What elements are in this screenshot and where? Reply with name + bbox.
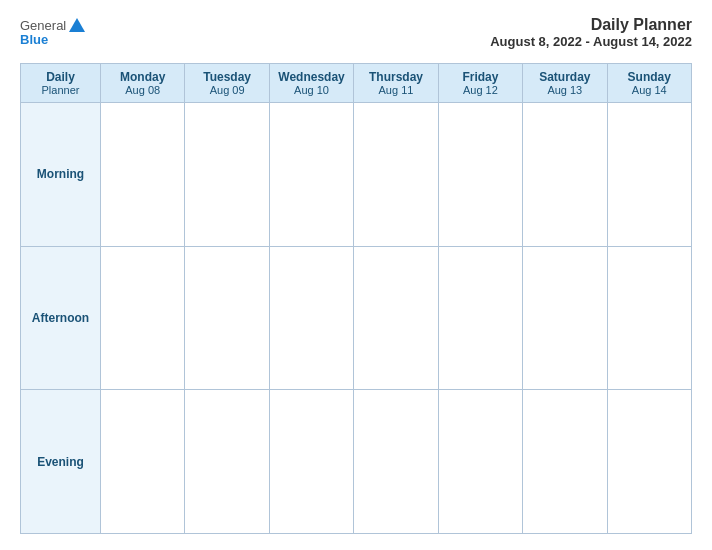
row-label-evening: Evening	[21, 390, 101, 534]
cell-saturday-afternoon[interactable]	[523, 246, 607, 390]
row-label-morning: Morning	[21, 103, 101, 247]
cell-wednesday-evening[interactable]	[269, 390, 353, 534]
header-wednesday: Wednesday Aug 10	[269, 64, 353, 103]
header-tuesday: Tuesday Aug 09	[185, 64, 269, 103]
cell-monday-evening[interactable]	[101, 390, 185, 534]
page-header: General Blue Daily Planner August 8, 202…	[20, 16, 692, 49]
header-thursday: Thursday Aug 11	[354, 64, 438, 103]
cell-thursday-morning[interactable]	[354, 103, 438, 247]
cell-thursday-evening[interactable]	[354, 390, 438, 534]
cell-sunday-evening[interactable]	[607, 390, 691, 534]
cell-monday-afternoon[interactable]	[101, 246, 185, 390]
planner-title: Daily Planner	[490, 16, 692, 34]
svg-marker-0	[69, 18, 85, 32]
planner-table: Daily Planner Monday Aug 08 Tuesday Aug …	[20, 63, 692, 534]
row-label-afternoon: Afternoon	[21, 246, 101, 390]
cell-tuesday-evening[interactable]	[185, 390, 269, 534]
header-daily-planner: Daily Planner	[21, 64, 101, 103]
cell-wednesday-afternoon[interactable]	[269, 246, 353, 390]
cell-tuesday-morning[interactable]	[185, 103, 269, 247]
logo-blue-text: Blue	[20, 32, 48, 47]
header-sunday: Sunday Aug 14	[607, 64, 691, 103]
cell-friday-evening[interactable]	[438, 390, 522, 534]
cell-friday-morning[interactable]	[438, 103, 522, 247]
header-friday: Friday Aug 12	[438, 64, 522, 103]
cell-sunday-afternoon[interactable]	[607, 246, 691, 390]
cell-saturday-morning[interactable]	[523, 103, 607, 247]
cell-wednesday-morning[interactable]	[269, 103, 353, 247]
cell-monday-morning[interactable]	[101, 103, 185, 247]
cell-friday-afternoon[interactable]	[438, 246, 522, 390]
cell-tuesday-afternoon[interactable]	[185, 246, 269, 390]
logo-icon	[67, 16, 87, 34]
row-evening: Evening	[21, 390, 692, 534]
header-saturday: Saturday Aug 13	[523, 64, 607, 103]
row-afternoon: Afternoon	[21, 246, 692, 390]
cell-sunday-morning[interactable]	[607, 103, 691, 247]
planner-dates: August 8, 2022 - August 14, 2022	[490, 34, 692, 49]
header-right: Daily Planner August 8, 2022 - August 14…	[490, 16, 692, 49]
cell-thursday-afternoon[interactable]	[354, 246, 438, 390]
logo: General Blue	[20, 16, 88, 47]
row-morning: Morning	[21, 103, 692, 247]
cell-saturday-evening[interactable]	[523, 390, 607, 534]
header-monday: Monday Aug 08	[101, 64, 185, 103]
logo-general-text: General	[20, 18, 66, 33]
